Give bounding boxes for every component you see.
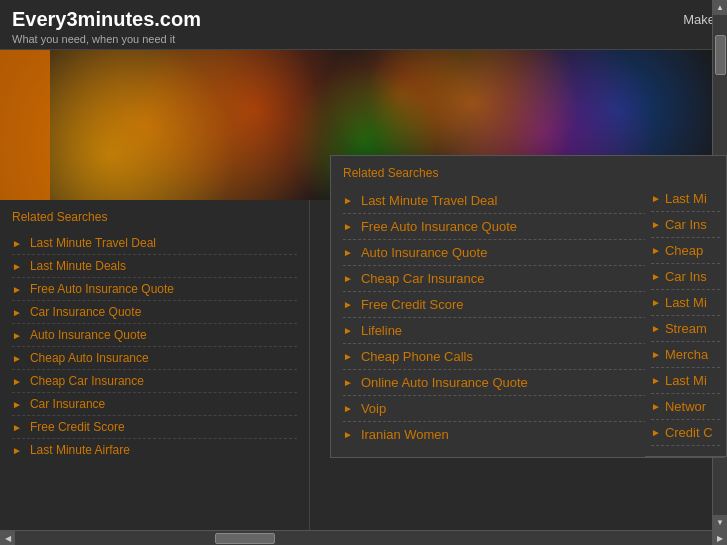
arrow-icon: ► bbox=[343, 221, 353, 232]
search-link[interactable]: Mercha bbox=[665, 347, 708, 362]
list-item[interactable]: ► Credit C bbox=[651, 420, 720, 446]
search-link[interactable]: Last Minute Deals bbox=[30, 259, 126, 273]
search-link[interactable]: Auto Insurance Quote bbox=[30, 328, 147, 342]
orange-side-bar bbox=[0, 50, 50, 200]
scroll-right-arrow[interactable]: ▶ bbox=[712, 531, 727, 546]
search-link[interactable]: Lifeline bbox=[361, 323, 402, 338]
search-link[interactable]: Car Ins bbox=[665, 217, 707, 232]
scroll-track[interactable] bbox=[15, 531, 712, 545]
list-item[interactable]: ► Auto Insurance Quote bbox=[12, 324, 297, 347]
arrow-icon: ► bbox=[12, 307, 22, 318]
left-panel: Related Searches ► Last Minute Travel De… bbox=[0, 200, 310, 537]
right-col-panel: ► Last Mi ► Car Ins ► Cheap ► Car Ins ► … bbox=[645, 155, 727, 457]
arrow-icon: ► bbox=[12, 399, 22, 410]
list-item[interactable]: ► Last Minute Airfare bbox=[12, 439, 297, 461]
list-item[interactable]: ► Cheap Auto Insurance bbox=[12, 347, 297, 370]
site-title: Every3minutes.com bbox=[12, 8, 201, 31]
list-item[interactable]: ► Car Ins bbox=[651, 264, 720, 290]
arrow-icon: ► bbox=[651, 401, 661, 412]
search-link[interactable]: Voip bbox=[361, 401, 386, 416]
search-link[interactable]: Auto Insurance Quote bbox=[361, 245, 487, 260]
search-link[interactable]: Online Auto Insurance Quote bbox=[361, 375, 528, 390]
arrow-icon: ► bbox=[12, 238, 22, 249]
list-item[interactable]: ► Car Insurance Quote bbox=[12, 301, 297, 324]
header: Every3minutes.com What you need, when yo… bbox=[0, 0, 727, 50]
scroll-up-arrow[interactable]: ▲ bbox=[713, 0, 728, 15]
search-link[interactable]: Last Minute Travel Deal bbox=[30, 236, 156, 250]
list-item[interactable]: ► Last Mi bbox=[651, 290, 720, 316]
arrow-icon: ► bbox=[651, 323, 661, 334]
arrow-icon: ► bbox=[343, 299, 353, 310]
search-link[interactable]: Networ bbox=[665, 399, 706, 414]
list-item[interactable]: ► Cheap Car Insurance bbox=[12, 370, 297, 393]
search-link[interactable]: Car Insurance Quote bbox=[30, 305, 141, 319]
arrow-icon: ► bbox=[343, 403, 353, 414]
arrow-icon: ► bbox=[651, 245, 661, 256]
search-link[interactable]: Car Ins bbox=[665, 269, 707, 284]
search-link[interactable]: Stream bbox=[665, 321, 707, 336]
search-link[interactable]: Iranian Women bbox=[361, 427, 449, 442]
arrow-icon: ► bbox=[343, 377, 353, 388]
scroll-down-arrow[interactable]: ▼ bbox=[713, 515, 728, 530]
search-link[interactable]: Last Minute Airfare bbox=[30, 443, 130, 457]
search-link[interactable]: Cheap Auto Insurance bbox=[30, 351, 149, 365]
arrow-icon: ► bbox=[12, 261, 22, 272]
arrow-icon: ► bbox=[12, 445, 22, 456]
horizontal-scrollbar[interactable]: ◀ ▶ bbox=[0, 530, 727, 545]
arrow-icon: ► bbox=[12, 330, 22, 341]
list-item[interactable]: ► Cheap bbox=[651, 238, 720, 264]
arrow-icon: ► bbox=[12, 284, 22, 295]
header-right: Make bbox=[683, 12, 715, 27]
search-link[interactable]: Free Auto Insurance Quote bbox=[361, 219, 517, 234]
list-item[interactable]: ► Car Ins bbox=[651, 212, 720, 238]
list-item[interactable]: ► Stream bbox=[651, 316, 720, 342]
arrow-icon: ► bbox=[12, 422, 22, 433]
search-link[interactable]: Last Minute Travel Deal bbox=[361, 193, 498, 208]
search-link[interactable]: Car Insurance bbox=[30, 397, 105, 411]
scroll-thumb[interactable] bbox=[215, 533, 275, 544]
arrow-icon: ► bbox=[343, 429, 353, 440]
arrow-icon: ► bbox=[651, 219, 661, 230]
search-link[interactable]: Free Auto Insurance Quote bbox=[30, 282, 174, 296]
list-item[interactable]: ► Car Insurance bbox=[12, 393, 297, 416]
list-item[interactable]: ► Last Mi bbox=[651, 368, 720, 394]
arrow-icon: ► bbox=[651, 427, 661, 438]
list-item[interactable]: ► Last Minute Deals bbox=[12, 255, 297, 278]
search-link[interactable]: Free Credit Score bbox=[361, 297, 464, 312]
arrow-icon: ► bbox=[651, 193, 661, 204]
search-link[interactable]: Free Credit Score bbox=[30, 420, 125, 434]
search-link[interactable]: Cheap Car Insurance bbox=[361, 271, 485, 286]
arrow-icon: ► bbox=[343, 351, 353, 362]
list-item[interactable]: ► Free Auto Insurance Quote bbox=[12, 278, 297, 301]
arrow-icon: ► bbox=[343, 273, 353, 284]
arrow-icon: ► bbox=[651, 297, 661, 308]
search-link[interactable]: Cheap Phone Calls bbox=[361, 349, 473, 364]
scroll-left-arrow[interactable]: ◀ bbox=[0, 531, 15, 546]
search-link[interactable]: Last Mi bbox=[665, 295, 707, 310]
search-link[interactable]: Cheap bbox=[665, 243, 703, 258]
list-item[interactable]: ► Free Credit Score bbox=[12, 416, 297, 439]
arrow-icon: ► bbox=[651, 375, 661, 386]
search-link[interactable]: Last Mi bbox=[665, 373, 707, 388]
left-panel-title: Related Searches bbox=[12, 210, 297, 224]
arrow-icon: ► bbox=[12, 376, 22, 387]
list-item[interactable]: ► Networ bbox=[651, 394, 720, 420]
search-link[interactable]: Credit C bbox=[665, 425, 713, 440]
arrow-icon: ► bbox=[343, 325, 353, 336]
arrow-icon: ► bbox=[12, 353, 22, 364]
list-item[interactable]: ► Last Minute Travel Deal bbox=[12, 232, 297, 255]
make-label: Make bbox=[683, 12, 715, 27]
site-subtitle: What you need, when you need it bbox=[12, 33, 201, 45]
arrow-icon: ► bbox=[651, 349, 661, 360]
arrow-icon: ► bbox=[343, 195, 353, 206]
arrow-icon: ► bbox=[343, 247, 353, 258]
arrow-icon: ► bbox=[651, 271, 661, 282]
search-link[interactable]: Last Mi bbox=[665, 191, 707, 206]
header-left: Every3minutes.com What you need, when yo… bbox=[12, 8, 201, 45]
scroll-thumb[interactable] bbox=[715, 35, 726, 75]
list-item[interactable]: ► Last Mi bbox=[651, 186, 720, 212]
list-item[interactable]: ► Mercha bbox=[651, 342, 720, 368]
search-link[interactable]: Cheap Car Insurance bbox=[30, 374, 144, 388]
